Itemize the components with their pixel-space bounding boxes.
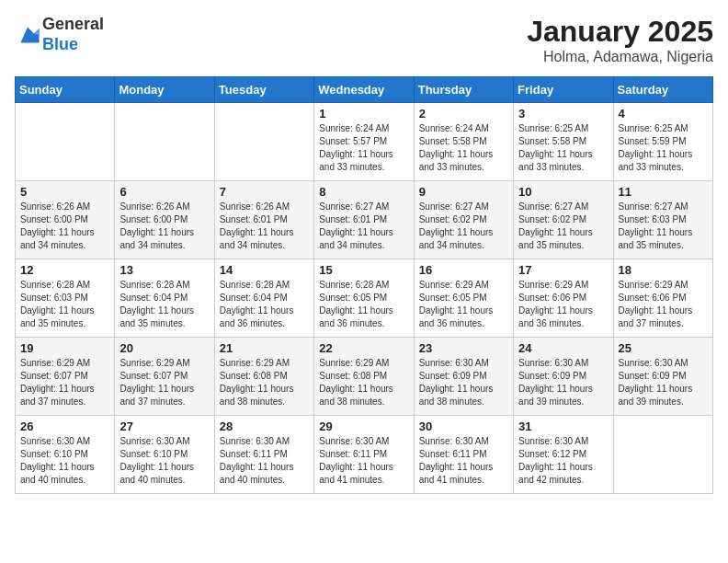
calendar-cell: 20Sunrise: 6:29 AM Sunset: 6:07 PM Dayli… [115,338,214,416]
day-number: 16 [419,263,508,277]
day-number: 27 [119,419,209,433]
day-number: 9 [419,185,508,199]
svg-marker-0 [21,27,40,42]
day-number: 29 [319,419,408,433]
calendar-subtitle: Holma, Adamawa, Nigeria [527,49,713,65]
day-info: Sunrise: 6:29 AM Sunset: 6:06 PM Dayligh… [518,279,608,330]
day-info: Sunrise: 6:26 AM Sunset: 6:01 PM Dayligh… [220,201,309,252]
calendar-cell: 28Sunrise: 6:30 AM Sunset: 6:11 PM Dayli… [214,416,313,494]
day-info: Sunrise: 6:29 AM Sunset: 6:07 PM Dayligh… [20,357,109,408]
calendar-cell: 29Sunrise: 6:30 AM Sunset: 6:11 PM Dayli… [314,416,414,494]
day-info: Sunrise: 6:28 AM Sunset: 6:04 PM Dayligh… [119,279,209,330]
day-number: 25 [619,341,708,355]
weekday-header: Friday [514,77,613,103]
calendar-header: SundayMondayTuesdayWednesdayThursdayFrid… [16,77,713,103]
calendar-cell: 10Sunrise: 6:27 AM Sunset: 6:02 PM Dayli… [514,181,613,259]
weekday-header: Tuesday [214,77,313,103]
calendar-cell: 8Sunrise: 6:27 AM Sunset: 6:01 PM Daylig… [314,181,414,259]
calendar-week-row: 5Sunrise: 6:26 AM Sunset: 6:00 PM Daylig… [16,181,713,259]
calendar-cell: 18Sunrise: 6:29 AM Sunset: 6:06 PM Dayli… [613,259,712,338]
calendar-cell: 26Sunrise: 6:30 AM Sunset: 6:10 PM Dayli… [16,416,115,494]
day-number: 4 [619,107,708,121]
calendar-table: SundayMondayTuesdayWednesdayThursdayFrid… [15,76,713,494]
calendar-week-row: 1Sunrise: 6:24 AM Sunset: 5:57 PM Daylig… [16,103,713,181]
day-info: Sunrise: 6:25 AM Sunset: 5:58 PM Dayligh… [518,122,608,174]
title-section: January 2025 Holma, Adamawa, Nigeria [527,15,713,65]
day-number: 20 [119,341,209,355]
day-info: Sunrise: 6:27 AM Sunset: 6:01 PM Dayligh… [319,201,408,252]
day-number: 19 [20,341,109,355]
day-info: Sunrise: 6:29 AM Sunset: 6:07 PM Dayligh… [119,357,209,408]
calendar-cell: 2Sunrise: 6:24 AM Sunset: 5:58 PM Daylig… [414,103,513,181]
day-info: Sunrise: 6:30 AM Sunset: 6:09 PM Dayligh… [518,357,608,408]
day-info: Sunrise: 6:28 AM Sunset: 6:04 PM Dayligh… [220,279,309,330]
day-info: Sunrise: 6:24 AM Sunset: 5:57 PM Dayligh… [319,122,408,174]
weekday-header: Saturday [613,77,712,103]
calendar-body: 1Sunrise: 6:24 AM Sunset: 5:57 PM Daylig… [16,103,713,494]
day-number: 5 [20,185,109,199]
day-info: Sunrise: 6:28 AM Sunset: 6:05 PM Dayligh… [319,279,408,330]
calendar-cell: 16Sunrise: 6:29 AM Sunset: 6:05 PM Dayli… [414,259,513,338]
day-info: Sunrise: 6:27 AM Sunset: 6:02 PM Dayligh… [419,201,508,252]
calendar-cell: 3Sunrise: 6:25 AM Sunset: 5:58 PM Daylig… [514,103,613,181]
calendar-cell: 24Sunrise: 6:30 AM Sunset: 6:09 PM Dayli… [514,338,613,416]
calendar-cell: 13Sunrise: 6:28 AM Sunset: 6:04 PM Dayli… [115,259,214,338]
day-info: Sunrise: 6:27 AM Sunset: 6:02 PM Dayligh… [518,201,608,252]
day-info: Sunrise: 6:30 AM Sunset: 6:11 PM Dayligh… [319,435,408,487]
weekday-header: Wednesday [314,77,414,103]
day-info: Sunrise: 6:29 AM Sunset: 6:05 PM Dayligh… [419,279,508,330]
day-number: 24 [518,341,608,355]
day-info: Sunrise: 6:27 AM Sunset: 6:03 PM Dayligh… [619,201,708,252]
weekday-header: Sunday [16,77,115,103]
day-number: 10 [518,185,608,199]
calendar-cell: 6Sunrise: 6:26 AM Sunset: 6:00 PM Daylig… [115,181,214,259]
day-info: Sunrise: 6:24 AM Sunset: 5:58 PM Dayligh… [419,122,508,174]
day-number: 1 [319,107,408,121]
day-info: Sunrise: 6:30 AM Sunset: 6:09 PM Dayligh… [619,357,708,408]
day-info: Sunrise: 6:30 AM Sunset: 6:10 PM Dayligh… [119,435,209,487]
day-number: 3 [518,107,608,121]
day-number: 17 [518,263,608,277]
day-number: 23 [419,341,508,355]
day-number: 14 [220,263,309,277]
day-info: Sunrise: 6:29 AM Sunset: 6:06 PM Dayligh… [619,279,708,330]
page-header: General Blue January 2025 Holma, Adamawa… [15,15,713,65]
day-info: Sunrise: 6:29 AM Sunset: 6:08 PM Dayligh… [319,357,408,408]
calendar-week-row: 12Sunrise: 6:28 AM Sunset: 6:03 PM Dayli… [16,259,713,338]
calendar-cell: 17Sunrise: 6:29 AM Sunset: 6:06 PM Dayli… [514,259,613,338]
calendar-week-row: 19Sunrise: 6:29 AM Sunset: 6:07 PM Dayli… [16,338,713,416]
calendar-cell: 19Sunrise: 6:29 AM Sunset: 6:07 PM Dayli… [16,338,115,416]
calendar-cell: 25Sunrise: 6:30 AM Sunset: 6:09 PM Dayli… [613,338,712,416]
calendar-cell: 23Sunrise: 6:30 AM Sunset: 6:09 PM Dayli… [414,338,513,416]
calendar-cell: 22Sunrise: 6:29 AM Sunset: 6:08 PM Dayli… [314,338,414,416]
calendar-title: January 2025 [527,15,713,49]
calendar-cell: 21Sunrise: 6:29 AM Sunset: 6:08 PM Dayli… [214,338,313,416]
day-number: 21 [220,341,309,355]
calendar-cell [613,416,712,494]
calendar-cell: 5Sunrise: 6:26 AM Sunset: 6:00 PM Daylig… [16,181,115,259]
day-info: Sunrise: 6:26 AM Sunset: 6:00 PM Dayligh… [20,201,109,252]
calendar-cell: 11Sunrise: 6:27 AM Sunset: 6:03 PM Dayli… [613,181,712,259]
calendar-cell: 12Sunrise: 6:28 AM Sunset: 6:03 PM Dayli… [16,259,115,338]
calendar-cell [214,103,313,181]
logo-text: General Blue [42,15,104,54]
calendar-cell: 14Sunrise: 6:28 AM Sunset: 6:04 PM Dayli… [214,259,313,338]
day-number: 13 [119,263,209,277]
weekday-row: SundayMondayTuesdayWednesdayThursdayFrid… [16,77,713,103]
logo-icon [15,22,40,48]
day-info: Sunrise: 6:30 AM Sunset: 6:12 PM Dayligh… [518,435,608,487]
day-number: 7 [220,185,309,199]
day-info: Sunrise: 6:29 AM Sunset: 6:08 PM Dayligh… [220,357,309,408]
day-number: 26 [20,419,109,433]
day-info: Sunrise: 6:26 AM Sunset: 6:00 PM Dayligh… [119,201,209,252]
calendar-cell: 30Sunrise: 6:30 AM Sunset: 6:11 PM Dayli… [414,416,513,494]
day-number: 6 [119,185,209,199]
day-number: 8 [319,185,408,199]
logo-blue: Blue [42,35,104,55]
logo-general: General [42,15,104,35]
day-number: 15 [319,263,408,277]
day-info: Sunrise: 6:30 AM Sunset: 6:11 PM Dayligh… [220,435,309,487]
calendar-cell: 1Sunrise: 6:24 AM Sunset: 5:57 PM Daylig… [314,103,414,181]
calendar-week-row: 26Sunrise: 6:30 AM Sunset: 6:10 PM Dayli… [16,416,713,494]
calendar-cell: 31Sunrise: 6:30 AM Sunset: 6:12 PM Dayli… [514,416,613,494]
